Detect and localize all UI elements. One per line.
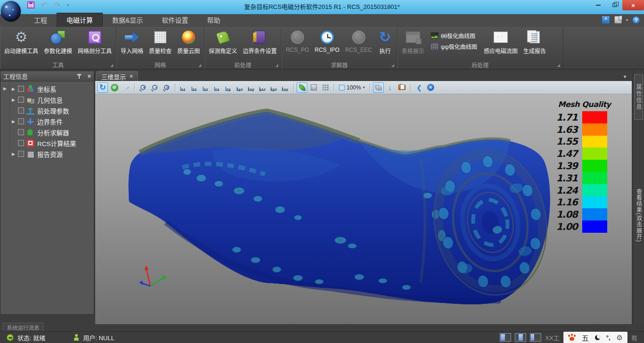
- tab-software-settings[interactable]: 软件设置: [152, 13, 198, 27]
- ime-punctuation-label[interactable]: °,: [606, 334, 611, 341]
- dialog-launcher-icon[interactable]: [391, 64, 394, 67]
- tree-item-rcs-results[interactable]: RCS计算结果: [0, 138, 94, 148]
- import-mesh-button[interactable]: 导入网格: [118, 29, 146, 61]
- share-view-button[interactable]: ❮: [413, 82, 424, 93]
- tab-project[interactable]: 工程: [25, 13, 57, 27]
- view-preset-button[interactable]: zx: [212, 83, 223, 92]
- style-selector-icon[interactable]: [614, 16, 622, 24]
- view-preset-button[interactable]: zxy: [246, 83, 256, 92]
- view-preset-button[interactable]: yxz: [257, 83, 268, 92]
- minimize-button[interactable]: [590, 0, 606, 10]
- layout-pane-icon[interactable]: [515, 333, 526, 342]
- launch-modeler-button[interactable]: ⚙ 启动建模工具: [1, 29, 41, 61]
- ime-mode-label[interactable]: 五: [582, 333, 589, 343]
- orbit-view-button[interactable]: ↺: [109, 82, 120, 93]
- points-mode-button[interactable]: [320, 82, 331, 93]
- view-preset-button[interactable]: xz: [201, 83, 211, 92]
- boundary-condition-button[interactable]: 边界条件设置: [240, 29, 280, 61]
- rcs-ipo-button[interactable]: RCS_IPO: [312, 29, 342, 61]
- moon-icon[interactable]: [595, 335, 600, 340]
- legend-title: Mesh Quality: [555, 100, 614, 109]
- zoom-level-select[interactable]: 100% ▾: [337, 84, 367, 91]
- rotate-view-button[interactable]: ↻: [97, 82, 108, 93]
- collapse-ribbon-icon[interactable]: ^: [602, 16, 610, 24]
- probe-angle-button[interactable]: 探测角定义: [206, 29, 240, 61]
- chevron-right-icon[interactable]: ▶: [12, 87, 18, 91]
- view-preset-button[interactable]: zxy: [280, 83, 290, 92]
- chevron-down-icon[interactable]: ▾: [363, 85, 365, 90]
- tab-list-dropdown-icon[interactable]: ▼: [623, 74, 627, 79]
- restore-button[interactable]: [606, 0, 622, 10]
- tree-item-preprocess-params[interactable]: T 前处理参数: [0, 105, 94, 116]
- pan-view-button[interactable]: →: [121, 82, 132, 93]
- view-preset-button[interactable]: zyx: [235, 83, 245, 92]
- app-logo-icon[interactable]: [1, 1, 21, 22]
- close-button[interactable]: ×: [622, 0, 644, 10]
- tab-data-display[interactable]: 数据&显示: [103, 13, 152, 27]
- rcs-eec-button[interactable]: RCS_EEC: [342, 29, 375, 61]
- shaded-mode-button[interactable]: [297, 82, 307, 93]
- tree-item-analysis-solver[interactable]: 分析求解器: [0, 127, 94, 138]
- mesh-model: [95, 94, 632, 324]
- view-preset-button[interactable]: zx: [190, 83, 200, 92]
- chevron-right-icon[interactable]: ▶: [12, 119, 18, 124]
- parametric-modeling-button[interactable]: 参数化建模: [41, 29, 75, 61]
- tab-3d-display[interactable]: 三维显示 ×: [96, 71, 138, 81]
- view-preset-button[interactable]: zyx: [269, 83, 279, 92]
- theta-polarization-curve-button[interactable]: θθ极化曲线图: [431, 32, 477, 40]
- help-icon[interactable]: ?: [632, 16, 640, 24]
- dialog-launcher-icon[interactable]: [110, 64, 113, 67]
- checkbox[interactable]: [18, 97, 24, 103]
- pin-icon[interactable]: [77, 74, 82, 79]
- zoom-in-button[interactable]: +: [138, 82, 149, 93]
- import-view-button[interactable]: ↓: [385, 82, 396, 93]
- checkbox[interactable]: [18, 86, 24, 92]
- properties-side-tab[interactable]: 属性信息: [634, 74, 643, 120]
- close-icon[interactable]: ×: [87, 73, 91, 80]
- close-view-button[interactable]: ×: [425, 82, 436, 93]
- tree-item-boundary-conditions[interactable]: ▶ 边界条件: [0, 116, 94, 127]
- 3d-canvas[interactable]: Mesh Quality 1.71 1.63 1.55 1.47 1.39 1.…: [95, 94, 632, 324]
- table-display-button[interactable]: 表格展示: [399, 29, 427, 61]
- quality-check-button[interactable]: 质量检查: [146, 29, 174, 61]
- tree-item-coordinate-system[interactable]: ▶ 坐标系: [0, 83, 94, 94]
- tab-em-compute[interactable]: 电磁计算: [57, 13, 103, 27]
- system-message-tab[interactable]: 系统运行消息: [3, 323, 43, 331]
- dialog-launcher-icon[interactable]: [275, 64, 278, 67]
- gear-icon[interactable]: ⚙: [617, 334, 623, 341]
- checkbox[interactable]: [18, 118, 24, 124]
- generate-report-button[interactable]: 生成报告: [520, 29, 549, 61]
- ribbon-group-preprocess: 探测角定义 边界条件设置 前处理: [205, 27, 281, 69]
- fit-mesh-button[interactable]: [373, 82, 384, 93]
- checkbox[interactable]: [18, 129, 24, 135]
- checkbox[interactable]: [18, 151, 24, 157]
- execute-button[interactable]: ↻ 执行: [375, 29, 396, 61]
- chevron-right-icon[interactable]: ▶: [12, 152, 18, 156]
- dialog-launcher-icon[interactable]: [198, 64, 201, 67]
- wireframe-mode-button[interactable]: [308, 82, 319, 93]
- ime-logo-paw-icon[interactable]: [568, 334, 576, 341]
- layout-pane-icon[interactable]: [530, 333, 541, 342]
- chevron-right-icon[interactable]: ▶: [3, 86, 7, 91]
- close-icon[interactable]: ×: [130, 73, 133, 80]
- quality-cloudmap-button[interactable]: 质量云图: [174, 29, 203, 61]
- induced-current-map-button[interactable]: 感应电磁流图: [481, 29, 520, 61]
- layers-button[interactable]: [396, 82, 407, 93]
- psi-polarization-curve-button[interactable]: ψψ极化曲线图: [431, 42, 477, 50]
- view-results-side-tab[interactable]: 查看结果(双击展开): [635, 171, 643, 260]
- tree-item-report-resources[interactable]: ▶ 报告资源: [0, 148, 94, 159]
- chevron-right-icon[interactable]: ▶: [12, 98, 18, 102]
- rcs-po-button[interactable]: RCS_PO: [283, 29, 312, 61]
- tab-help[interactable]: 帮助: [198, 13, 230, 27]
- checkbox[interactable]: [18, 107, 24, 114]
- dialog-launcher-icon[interactable]: [557, 64, 560, 67]
- tree-item-geometry-info[interactable]: ▶ 几何信息: [0, 94, 94, 105]
- view-preset-button[interactable]: xz: [178, 83, 189, 92]
- layout-pane-icon[interactable]: [500, 333, 511, 342]
- style-dropdown-icon[interactable]: ▾: [626, 18, 628, 22]
- checkbox[interactable]: [18, 140, 24, 146]
- view-preset-button[interactable]: zy: [223, 83, 234, 92]
- mesh-partition-tool-button[interactable]: 网格剖分工具: [75, 29, 115, 61]
- zoom-fit-button[interactable]: ⊙: [161, 82, 172, 93]
- zoom-out-button[interactable]: −: [149, 82, 160, 93]
